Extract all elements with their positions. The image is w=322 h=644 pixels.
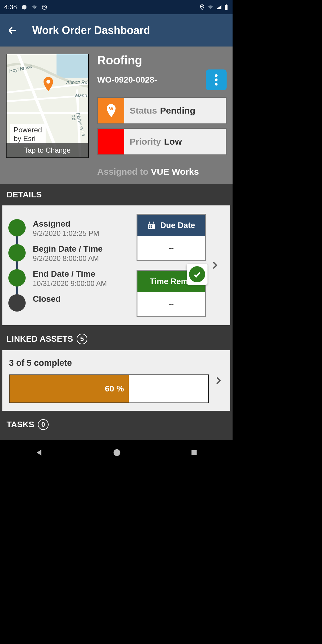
linked-assets-heading: LINKED ASSETS 5 (0, 328, 233, 350)
tasks-heading: TASKS 0 (0, 413, 233, 430)
svg-point-20 (114, 449, 120, 456)
svg-text:W: W (109, 106, 113, 111)
status-pill[interactable]: W Status Pending (97, 97, 227, 124)
chevron-right-icon (213, 375, 224, 386)
svg-rect-18 (149, 227, 151, 228)
assets-count-badge: 5 (77, 334, 87, 344)
svg-rect-3 (225, 5, 227, 10)
clock: 4:38 (4, 3, 17, 11)
nav-home-icon[interactable] (112, 448, 121, 457)
map-pin-icon (42, 77, 54, 91)
complete-badge[interactable] (187, 264, 208, 285)
linked-assets-card[interactable]: 3 of 5 complete 60 % (2, 350, 230, 411)
timeline-dot-icon (8, 244, 26, 261)
map-thumbnail[interactable]: Hoyl Brook Abbott Rd Mano Fishersville R… (6, 54, 89, 158)
details-heading: DETAILS (0, 184, 233, 205)
svg-rect-21 (192, 450, 197, 455)
progress-fill: 60 % (10, 375, 129, 402)
svg-point-10 (215, 83, 218, 86)
status-bar: 4:38 ? (0, 0, 233, 14)
assets-progress-text: 3 of 5 complete (9, 358, 209, 368)
sync-off-icon (41, 4, 47, 10)
priority-label: Priority (130, 137, 161, 147)
more-actions-button[interactable] (206, 69, 227, 90)
location-icon (199, 4, 205, 10)
nav-back-icon[interactable] (35, 448, 44, 457)
due-date-box: Due Date -- (137, 214, 206, 261)
map-tap-label: Tap to Change (7, 143, 88, 157)
work-order-id: WO-0920-0028- (97, 75, 157, 85)
svg-rect-19 (151, 227, 152, 228)
details-card[interactable]: Assigned9/2/2020 1:02:25 PM Begin Date /… (2, 205, 230, 325)
package-icon (21, 4, 27, 10)
status-label: Status (130, 106, 157, 116)
work-order-title: Roofing (97, 54, 227, 67)
app-bar: Work Order Dashboard (0, 14, 233, 47)
calendar-icon (147, 221, 156, 230)
svg-rect-13 (148, 223, 155, 224)
time-remaining-value: -- (137, 292, 205, 316)
svg-rect-15 (153, 222, 154, 224)
wifi-icon (208, 4, 213, 10)
svg-point-7 (47, 80, 50, 84)
priority-icon-box (98, 129, 124, 154)
progress-bar: 60 % (9, 374, 209, 403)
timeline-dot-icon (8, 269, 26, 287)
status-value: Pending (160, 106, 195, 116)
android-nav-bar (0, 440, 233, 465)
page-title: Work Order Dashboard (32, 24, 150, 37)
svg-rect-4 (226, 4, 227, 5)
check-icon (193, 270, 202, 279)
timeline-dot-icon (8, 219, 26, 236)
chevron-right-icon (209, 260, 220, 271)
map-attribution: Powered by Esri (10, 124, 46, 145)
svg-point-1 (42, 5, 47, 10)
more-vertical-icon (215, 74, 218, 86)
timeline: Assigned9/2/2020 1:02:25 PM Begin Date /… (8, 219, 137, 312)
work-order-summary: Hoyl Brook Abbott Rd Mano Fishersville R… (0, 47, 233, 184)
svg-text:?: ? (35, 7, 36, 10)
priority-pill[interactable]: Priority Low (97, 128, 227, 155)
wifi-weak-icon: ? (31, 4, 37, 10)
battery-icon (224, 4, 228, 10)
assigned-to: Assigned to VUE Works (97, 167, 227, 177)
work-pin-icon: W (106, 104, 117, 117)
timeline-dot-icon (8, 294, 26, 312)
svg-rect-16 (149, 225, 151, 227)
status-icon-box: W (98, 98, 124, 123)
due-date-value: -- (137, 236, 205, 260)
svg-rect-17 (151, 225, 152, 227)
svg-point-8 (215, 74, 218, 77)
nav-recents-icon[interactable] (190, 449, 198, 456)
back-icon[interactable] (7, 25, 18, 36)
svg-rect-14 (149, 222, 150, 224)
priority-value: Low (164, 137, 182, 147)
signal-icon (216, 4, 222, 10)
svg-point-9 (215, 78, 218, 81)
tasks-count-badge: 0 (38, 419, 49, 430)
svg-point-2 (202, 6, 203, 7)
